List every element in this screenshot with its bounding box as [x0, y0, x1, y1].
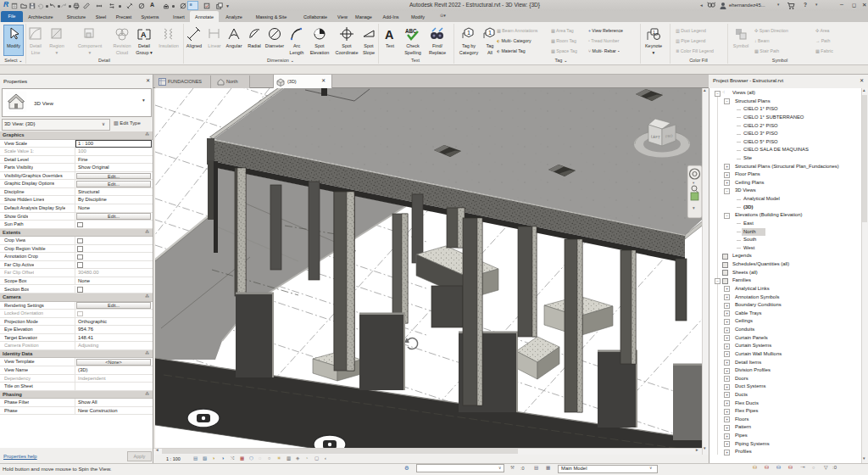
- svg-text:1: 1: [488, 29, 492, 36]
- svg-text:A: A: [141, 31, 147, 39]
- svg-text:1: 1: [467, 29, 470, 36]
- svg-text:A: A: [385, 28, 394, 42]
- svg-text:▾: ▾: [693, 205, 695, 210]
